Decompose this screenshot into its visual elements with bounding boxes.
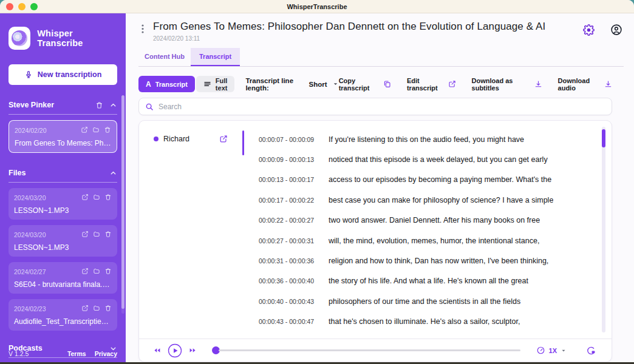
edit-icon[interactable] <box>81 125 88 136</box>
segment-row[interactable]: 00:00:31 - 00:00:36religion and how to t… <box>259 251 597 271</box>
segment-text[interactable]: philosophers of our time and the scienti… <box>329 297 520 306</box>
segment-text[interactable]: that he's chosen to illuminate. He's als… <box>329 317 520 326</box>
segment-time: 00:00:36 - 00:00:40 <box>259 277 318 285</box>
download-audio-button[interactable]: Download audio <box>558 77 612 92</box>
segment-text[interactable]: If you're listening to this on the audio… <box>329 135 524 144</box>
sidebar: Whisper Transcribe New transcription Ste… <box>0 13 126 362</box>
edit-transcript-button[interactable]: Edit transcript <box>407 77 456 92</box>
lines-icon <box>203 80 211 88</box>
segment-row[interactable]: 00:00:09 - 00:00:13noticed that this epi… <box>259 149 597 169</box>
line-length-dropdown[interactable]: Transcript line length: Short <box>245 77 338 92</box>
download-audio-label: Download audio <box>558 77 600 92</box>
file-name: LESSON~1.MP3 <box>14 243 112 252</box>
tab-content-hub[interactable]: Content Hub <box>138 48 191 66</box>
segment-list: 00:00:07 - 00:00:09If you're listening t… <box>244 129 597 339</box>
segment-row[interactable]: 00:00:43 - 00:00:47that he's chosen to i… <box>259 312 597 332</box>
move-to-folder-icon[interactable] <box>93 229 100 240</box>
account-icon[interactable] <box>610 24 622 36</box>
edit-speaker-icon[interactable] <box>219 135 228 143</box>
trash-icon[interactable] <box>104 229 112 240</box>
app-logo <box>9 27 30 50</box>
segment-time: 00:00:43 - 00:00:47 <box>259 318 318 325</box>
play-button[interactable] <box>168 343 182 358</box>
file-item[interactable]: 2024/02/23 Audiofile_Test_Transcriptie_W… <box>9 299 117 331</box>
kebab-menu-icon[interactable] <box>138 24 147 34</box>
search-input[interactable] <box>158 103 605 111</box>
transcript-scrollbar-thumb[interactable] <box>602 129 605 147</box>
file-item[interactable]: 2024/03/20 LESSON~1.MP3 <box>9 225 117 257</box>
rewind-button[interactable] <box>152 346 162 355</box>
edit-icon[interactable] <box>81 266 89 277</box>
segment-text[interactable]: access to our episodes by becoming a pay… <box>329 175 551 184</box>
new-transcription-label: New transcription <box>38 70 102 79</box>
segment-row[interactable]: 00:00:40 - 00:00:43philosophers of our t… <box>259 291 597 311</box>
segment-time: 00:00:07 - 00:00:09 <box>259 136 318 143</box>
segment-text[interactable]: the story of his life. And what a life. … <box>329 277 528 285</box>
move-to-folder-icon[interactable] <box>92 125 100 136</box>
edit-transcript-label: Edit transcript <box>407 77 444 92</box>
copy-icon <box>383 80 391 88</box>
segment-row[interactable]: 00:00:27 - 00:00:31will, the mind, evolu… <box>259 231 597 251</box>
segment-row[interactable]: 00:00:13 - 00:00:17access to our episode… <box>259 170 597 190</box>
files-section-header: Files <box>9 169 117 183</box>
progress-slider[interactable] <box>212 346 520 354</box>
chevron-down-icon <box>332 81 339 87</box>
segment-row[interactable]: 00:00:07 - 00:00:09If you're listening t… <box>259 129 597 149</box>
move-to-folder-icon[interactable] <box>93 303 100 314</box>
move-to-folder-icon[interactable] <box>93 192 100 203</box>
segment-text[interactable]: best case you can make for philosophy of… <box>329 196 553 204</box>
mini-player-icon[interactable] <box>586 346 596 356</box>
full-text-view-button[interactable]: Full text <box>196 76 235 92</box>
chevron-down-icon <box>561 348 567 354</box>
segment-time: 00:00:13 - 00:00:17 <box>259 176 318 183</box>
segment-text[interactable]: religion and how to think, Dan has now w… <box>329 257 548 265</box>
terms-link[interactable]: Terms <box>67 350 86 357</box>
segment-row[interactable]: 00:00:22 - 00:00:27two word answer. Dani… <box>259 211 597 231</box>
segment-text[interactable]: two word answer. Daniel Dennett. After h… <box>329 216 540 224</box>
trash-icon[interactable] <box>104 303 112 314</box>
trash-icon[interactable] <box>104 192 112 203</box>
tab-bar: Content Hub Transcript <box>138 48 624 67</box>
chevron-up-icon[interactable] <box>109 101 117 109</box>
fast-forward-button[interactable] <box>188 346 197 355</box>
file-item[interactable]: 2024/03/20 LESSON~1.MP3 <box>9 188 117 220</box>
page-date: 2024/02/20 13:11 <box>153 35 583 42</box>
tab-transcript[interactable]: Transcript <box>191 48 240 66</box>
trash-icon[interactable] <box>95 101 103 109</box>
segment-row[interactable]: 00:00:17 - 00:00:22best case you can mak… <box>259 190 597 210</box>
sidebar-scrollbar-thumb[interactable] <box>121 95 124 309</box>
transcript-view-button[interactable]: A Transcript <box>138 76 195 92</box>
speaker-name: Richard <box>163 135 189 143</box>
sidebar-scrollbar[interactable] <box>121 95 124 314</box>
edit-icon[interactable] <box>81 192 89 203</box>
project-section-header: Steve Pinker <box>9 101 117 115</box>
edit-icon[interactable] <box>81 229 89 240</box>
file-item[interactable]: 2024/02/27 S6E04 - brutvarianta finala.m… <box>9 262 117 294</box>
gear-icon[interactable] <box>583 24 595 36</box>
chevron-up-icon[interactable] <box>109 169 117 177</box>
transcription-item-selected[interactable]: 2024/02/20 From Genes To Memes: Philosop… <box>9 120 117 153</box>
copy-transcript-button[interactable]: Copy transcript <box>339 77 391 92</box>
slider-track[interactable] <box>219 349 520 352</box>
app-name: Whisper Transcribe <box>37 29 117 48</box>
speaker-dot <box>154 136 158 141</box>
move-to-folder-icon[interactable] <box>93 266 100 277</box>
edit-icon <box>448 80 456 88</box>
segment-time: 00:00:31 - 00:00:36 <box>259 257 318 265</box>
new-transcription-button[interactable]: New transcription <box>9 64 117 85</box>
download-subtitles-button[interactable]: Download as subtitles <box>472 77 542 92</box>
privacy-link[interactable]: Privacy <box>95 350 117 357</box>
segment-row[interactable]: 00:00:36 - 00:00:40the story of his life… <box>259 271 597 291</box>
transcript-scrollbar[interactable] <box>602 127 605 332</box>
segment-text[interactable]: will, the mind, evolution, memes, humor,… <box>329 237 539 245</box>
trash-icon[interactable] <box>104 125 111 136</box>
download-icon <box>604 80 612 88</box>
playback-speed-control[interactable]: 1X <box>536 346 567 355</box>
segment-time: 00:00:09 - 00:00:13 <box>259 156 318 163</box>
segment-text[interactable]: noticed that this episode is a week dela… <box>329 155 548 164</box>
trash-icon[interactable] <box>104 266 112 277</box>
edit-icon[interactable] <box>81 303 89 314</box>
item-date: 2024/02/20 <box>15 127 81 134</box>
letter-a-icon: A <box>146 80 151 89</box>
file-date: 2024/03/20 <box>14 231 81 238</box>
